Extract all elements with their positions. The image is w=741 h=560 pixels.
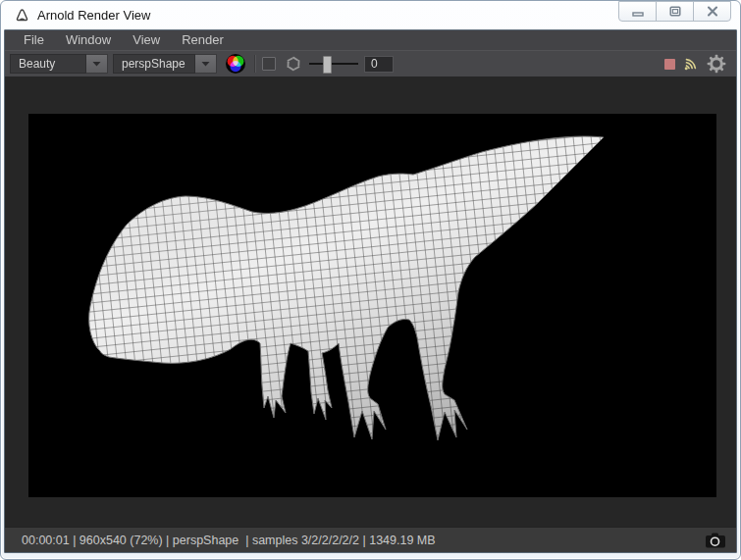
title-bar: Arnold Render View [1,1,740,29]
aov-dropdown-arrow[interactable] [86,54,108,74]
maximize-icon [669,6,681,17]
maximize-button[interactable] [656,1,694,22]
render-canvas [28,114,716,497]
aov-dropdown[interactable]: Beauty [10,54,108,74]
live-updates-button[interactable] [682,55,700,73]
exposure-aperture-icon [285,55,302,73]
render-settings-button[interactable] [707,54,726,74]
rgb-color-wheel-icon [225,53,246,75]
close-button[interactable] [693,1,731,22]
menu-view[interactable]: View [122,30,171,50]
color-wheel-button[interactable] [225,53,246,75]
wireframe-trex-render [28,114,716,497]
chevron-down-icon [201,61,210,67]
live-updates-icon [682,55,700,73]
arnold-logo-icon [14,7,30,24]
menu-file[interactable]: File [13,30,55,50]
window-title: Arnold Render View [37,8,150,23]
chevron-down-icon [92,61,101,67]
snapshot-button[interactable] [703,531,728,549]
aov-dropdown-value[interactable]: Beauty [10,54,86,74]
render-stats-text: 00:00:01 | 960x540 (72%) | perspShape | … [22,534,436,547]
render-viewport [5,76,736,527]
exposure-slider[interactable] [309,56,358,72]
abort-render-button[interactable] [664,59,675,70]
camera-dropdown[interactable]: perspShape [113,54,217,74]
exposure-input[interactable] [364,56,394,73]
slider-track[interactable] [309,63,358,65]
arnold-render-view-window: Arnold Render View [0,0,741,560]
display-checkbox[interactable] [262,57,276,71]
settings-gear-icon [707,54,726,74]
menu-bar: File Window View Render [5,30,736,50]
camera-dropdown-arrow[interactable] [195,54,217,74]
toolbar: Beauty perspShape [5,50,736,76]
status-bar: 00:00:01 | 960x540 (72%) | perspShape | … [5,527,736,552]
abort-render-icon [664,59,675,70]
menu-window[interactable]: Window [55,30,122,50]
aperture-button[interactable] [285,55,302,73]
minimize-button[interactable] [618,1,657,22]
snapshot-camera-icon [705,533,726,548]
minimize-icon [632,7,644,17]
toolbar-separator [254,55,256,73]
slider-handle[interactable] [323,56,332,74]
close-icon [707,6,718,17]
camera-dropdown-value[interactable]: perspShape [113,54,195,74]
client-area: File Window View Render Beauty perspShap… [4,29,737,553]
menu-render[interactable]: Render [171,30,235,50]
